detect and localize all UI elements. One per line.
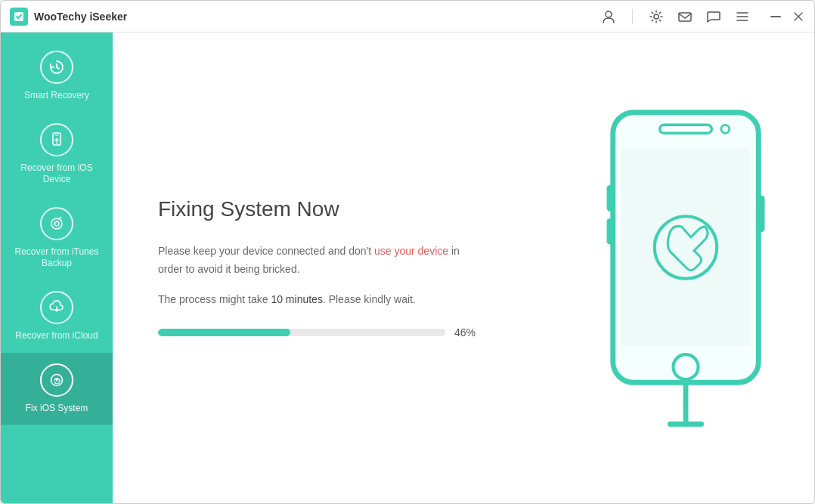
app-logo-icon — [10, 8, 28, 26]
progress-bar-wrap — [158, 329, 445, 336]
sidebar-item-recover-ios[interactable]: Recover from iOS Device — [1, 113, 113, 196]
divider-1 — [632, 9, 633, 24]
svg-point-7 — [51, 218, 62, 229]
svg-rect-21 — [758, 195, 764, 231]
progress-percent: 46% — [454, 326, 476, 339]
sidebar-item-smart-recovery[interactable]: Smart Recovery — [1, 40, 113, 113]
close-button[interactable] — [792, 10, 805, 23]
title-bar-logo: WooTechy iSeeker — [10, 8, 127, 26]
title-bar: WooTechy iSeeker — [1, 1, 814, 32]
window-controls — [769, 10, 805, 23]
svg-point-10 — [56, 379, 58, 381]
minimize-button[interactable] — [769, 10, 782, 23]
app-title: WooTechy iSeeker — [34, 11, 127, 23]
mail-icon[interactable] — [677, 8, 693, 25]
page-title: Fixing System Now — [158, 197, 572, 221]
phone-illustration — [603, 102, 769, 434]
time-bold: 10 minutes — [271, 293, 322, 305]
sidebar-item-label: Fix iOS System — [26, 403, 88, 415]
main-layout: Smart Recovery Recover from iOS Device — [1, 32, 814, 503]
highlight-text: use your device — [374, 245, 448, 257]
title-bar-actions — [600, 8, 805, 25]
sidebar-item-recover-itunes[interactable]: Recover from iTunes Backup — [1, 196, 113, 280]
process-note: The process might take 10 minutes. Pleas… — [158, 293, 572, 305]
svg-rect-3 — [679, 13, 691, 21]
svg-rect-4 — [770, 16, 781, 17]
svg-rect-14 — [621, 148, 751, 345]
svg-rect-20 — [607, 218, 613, 244]
description-text: Please keep your device connected and do… — [158, 243, 476, 279]
progress-bar-fill — [158, 329, 290, 336]
account-icon[interactable] — [600, 8, 617, 25]
svg-point-1 — [606, 11, 612, 17]
recover-itunes-icon — [40, 207, 73, 240]
progress-container: 46% — [158, 326, 476, 339]
recover-icloud-icon — [40, 291, 73, 324]
app-window: WooTechy iSeeker — [0, 0, 815, 504]
sidebar: Smart Recovery Recover from iOS Device — [1, 32, 113, 503]
svg-point-6 — [56, 142, 57, 144]
sidebar-item-label: Smart Recovery — [24, 90, 89, 102]
sidebar-item-label: Recover from iTunes Backup — [7, 246, 107, 270]
settings-icon[interactable] — [648, 8, 665, 25]
sidebar-item-recover-icloud[interactable]: Recover from iCloud — [1, 280, 113, 353]
chat-icon[interactable] — [705, 8, 722, 25]
sidebar-item-label: Recover from iCloud — [15, 330, 98, 342]
svg-rect-19 — [607, 185, 613, 211]
phone-illustration-container — [603, 102, 769, 434]
sidebar-item-label: Recover from iOS Device — [7, 162, 107, 186]
menu-icon[interactable] — [734, 8, 751, 25]
recover-ios-icon — [40, 123, 73, 156]
smart-recovery-icon — [40, 51, 73, 84]
content-left: Fixing System Now Please keep your devic… — [158, 197, 603, 339]
content-area: Fixing System Now Please keep your devic… — [113, 32, 814, 503]
svg-point-2 — [654, 14, 659, 19]
fix-ios-icon — [40, 363, 73, 397]
sidebar-item-fix-ios[interactable]: Fix iOS System — [1, 353, 113, 425]
